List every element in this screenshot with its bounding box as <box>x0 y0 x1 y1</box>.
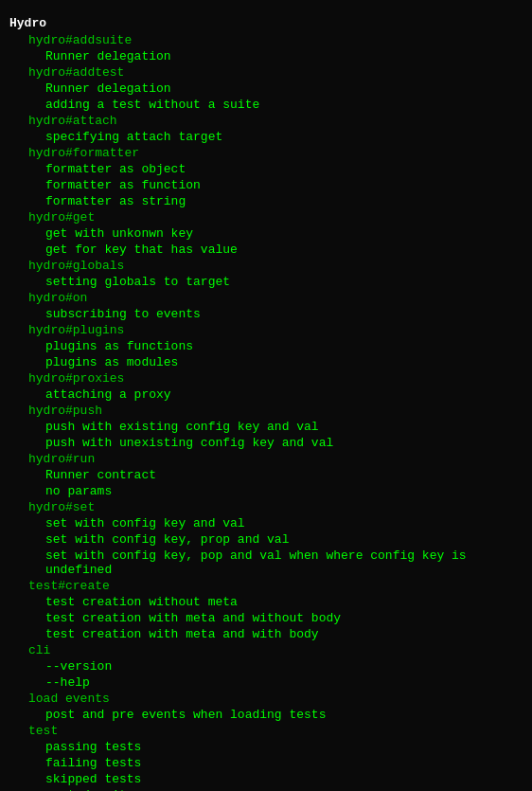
item-test-creation-meta-without-body: test creation with meta and without body <box>9 610 523 626</box>
item-test-creation-without-meta: test creation without meta <box>9 594 523 610</box>
group-addsuite: hydro#addsuite Runner delegation <box>9 32 523 64</box>
group-attach: hydro#attach specifying attach target <box>9 113 523 145</box>
group-test-create: test#create test creation without meta t… <box>9 578 523 642</box>
item-formatter-as-string: formatter as string <box>9 193 523 209</box>
item-setting-globals: setting globals to target <box>9 274 523 290</box>
item-runner-contract: Runner contract <box>9 467 523 483</box>
item-set-config-key-pop-val-undefined: set with config key, pop and val when wh… <box>9 548 523 578</box>
item-attaching-proxy: attaching a proxy <box>9 387 523 403</box>
item-adding-test-without-suite: adding a test without a suite <box>9 97 523 113</box>
item-nested-suites: nested suites <box>9 787 523 791</box>
item-push-unexisting: push with unexisting config key and val <box>9 435 523 451</box>
group-load-events: load events post and pre events when loa… <box>9 691 523 723</box>
section-addtest: hydro#addtest <box>9 64 523 81</box>
group-on: hydro#on subscribing to events <box>9 290 523 322</box>
group-get: hydro#get get with unkonwn key get for k… <box>9 209 523 258</box>
section-load-events: load events <box>9 691 523 707</box>
section-globals: hydro#globals <box>9 258 523 274</box>
item-set-config-key-prop-val: set with config key, prop and val <box>9 531 523 548</box>
item-skipped-tests: skipped tests <box>9 771 523 787</box>
section-set: hydro#set <box>9 499 523 515</box>
item-set-config-key-val: set with config key and val <box>9 515 523 531</box>
group-plugins: hydro#plugins plugins as functions plugi… <box>9 322 523 370</box>
item-get-for-key-value: get for key that has value <box>9 242 523 258</box>
group-run: hydro#run Runner contract no params <box>9 451 523 499</box>
section-on: hydro#on <box>9 290 523 306</box>
item-cli-help: --help <box>9 674 523 691</box>
section-run: hydro#run <box>9 451 523 467</box>
group-addtest: hydro#addtest Runner delegation adding a… <box>9 64 523 113</box>
section-get: hydro#get <box>9 209 523 225</box>
item-runner-delegation-2: Runner delegation <box>9 81 523 97</box>
section-formatter: hydro#formatter <box>9 145 523 161</box>
section-attach: hydro#attach <box>9 113 523 129</box>
section-cli: cli <box>9 642 523 658</box>
section-plugins: hydro#plugins <box>9 322 523 338</box>
item-post-pre-events: post and pre events when loading tests <box>9 707 523 723</box>
item-get-unknown-key: get with unkonwn key <box>9 225 523 242</box>
group-formatter: hydro#formatter formatter as object form… <box>9 145 523 209</box>
group-globals: hydro#globals setting globals to target <box>9 258 523 290</box>
group-test: test passing tests failing tests skipped… <box>9 723 523 791</box>
item-specifying-attach-target: specifying attach target <box>9 129 523 145</box>
item-plugins-modules: plugins as modules <box>9 354 523 370</box>
item-failing-tests: failing tests <box>9 755 523 771</box>
item-test-creation-meta-with-body: test creation with meta and with body <box>9 626 523 642</box>
section-test: test <box>9 723 523 739</box>
root-header: Hydro <box>9 14 523 32</box>
item-push-existing: push with existing config key and val <box>9 419 523 435</box>
item-formatter-as-function: formatter as function <box>9 177 523 193</box>
item-no-params: no params <box>9 483 523 499</box>
tree-container: Hydro hydro#addsuite Runner delegation h… <box>0 9 532 791</box>
section-proxies: hydro#proxies <box>9 370 523 387</box>
item-subscribing-events: subscribing to events <box>9 306 523 322</box>
section-test-create: test#create <box>9 578 523 594</box>
item-passing-tests: passing tests <box>9 739 523 755</box>
group-push: hydro#push push with existing config key… <box>9 403 523 451</box>
group-proxies: hydro#proxies attaching a proxy <box>9 370 523 403</box>
item-cli-version: --version <box>9 658 523 674</box>
group-set: hydro#set set with config key and val se… <box>9 499 523 578</box>
item-formatter-as-object: formatter as object <box>9 161 523 177</box>
item-plugins-functions: plugins as functions <box>9 338 523 354</box>
section-push: hydro#push <box>9 403 523 419</box>
item-runner-delegation-1: Runner delegation <box>9 48 523 64</box>
section-addsuite: hydro#addsuite <box>9 32 523 48</box>
group-cli: cli --version --help <box>9 642 523 691</box>
